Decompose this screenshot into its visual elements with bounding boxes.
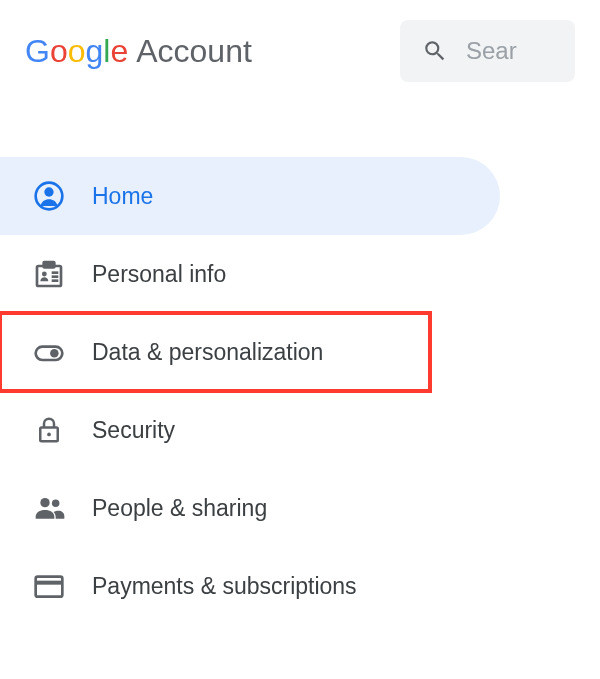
sidebar-item-security[interactable]: Security bbox=[0, 391, 600, 469]
account-text: Account bbox=[136, 33, 252, 70]
sidebar-item-label: Security bbox=[92, 417, 175, 444]
home-icon bbox=[33, 180, 65, 212]
svg-point-12 bbox=[40, 498, 49, 507]
svg-point-11 bbox=[47, 433, 51, 437]
toggle-icon bbox=[33, 336, 65, 368]
sidebar-item-label: Home bbox=[92, 183, 153, 210]
id-card-icon bbox=[33, 258, 65, 290]
sidebar-item-label: People & sharing bbox=[92, 495, 267, 522]
svg-point-1 bbox=[44, 187, 53, 196]
svg-rect-14 bbox=[36, 577, 63, 597]
sidebar-item-label: Data & personalization bbox=[92, 339, 323, 366]
search-input[interactable] bbox=[466, 37, 536, 65]
sidebar-item-label: Personal info bbox=[92, 261, 226, 288]
lock-icon bbox=[33, 414, 65, 446]
sidebar-item-home[interactable]: Home bbox=[0, 157, 500, 235]
header: Google Account bbox=[0, 0, 600, 102]
sidebar-item-personal-info[interactable]: Personal info bbox=[0, 235, 600, 313]
sidebar-item-data-personalization[interactable]: Data & personalization bbox=[0, 313, 430, 391]
google-account-logo: Google Account bbox=[25, 33, 252, 70]
sidebar-item-people-sharing[interactable]: People & sharing bbox=[0, 469, 600, 547]
svg-point-9 bbox=[50, 349, 59, 358]
credit-card-icon bbox=[33, 570, 65, 602]
sidebar-item-label: Payments & subscriptions bbox=[92, 573, 357, 600]
svg-point-13 bbox=[52, 500, 59, 507]
people-icon bbox=[33, 492, 65, 524]
svg-point-4 bbox=[42, 272, 47, 277]
sidebar-item-payments[interactable]: Payments & subscriptions bbox=[0, 547, 600, 625]
sidebar-nav: Home Personal info Data & personalizatio… bbox=[0, 157, 600, 625]
svg-rect-15 bbox=[36, 581, 63, 585]
search-icon bbox=[422, 38, 448, 64]
search-box[interactable] bbox=[400, 20, 575, 82]
svg-rect-3 bbox=[44, 262, 55, 267]
